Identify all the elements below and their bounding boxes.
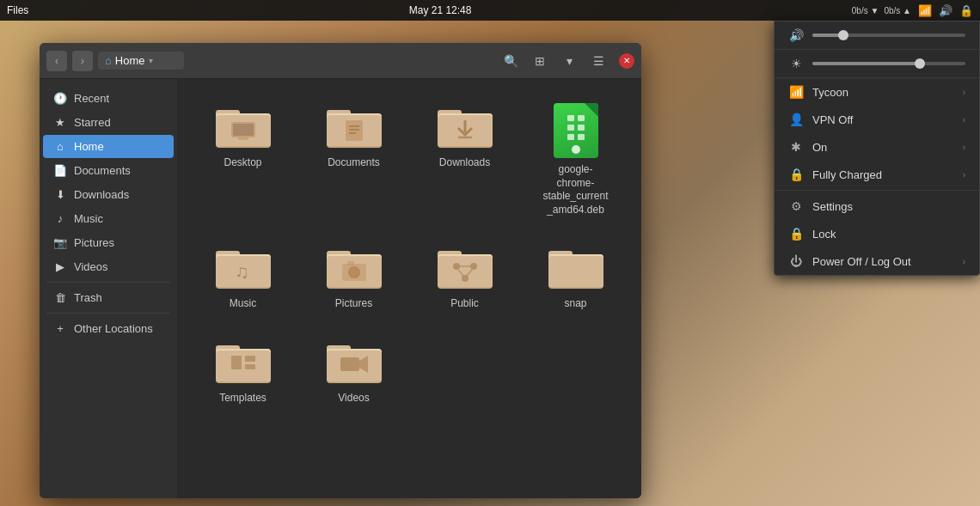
- music-label: Music: [230, 297, 256, 311]
- zip-file-icon: [554, 103, 598, 158]
- file-item-music[interactable]: ♫ Music: [191, 234, 295, 321]
- close-button[interactable]: ✕: [619, 53, 634, 69]
- back-button[interactable]: ‹: [46, 51, 67, 71]
- sort-button[interactable]: ▾: [557, 49, 581, 73]
- sidebar-item-home[interactable]: ⌂ Home: [43, 135, 174, 158]
- svg-point-32: [351, 269, 358, 276]
- popup-battery-item[interactable]: 🔒 Fully Charged ›: [775, 161, 979, 188]
- volume-slider-thumb: [838, 30, 848, 40]
- sidebar-item-starred[interactable]: ★ Starred: [43, 111, 174, 134]
- svg-rect-54: [245, 364, 255, 369]
- lock-popup-icon: 🔒: [788, 227, 804, 241]
- file-item-public[interactable]: Public: [413, 234, 517, 321]
- popup-poweroff-item[interactable]: ⏻ Power Off / Log Out ›: [775, 247, 979, 275]
- taskbar-right: 0b/s ▼ 0b/s ▲ 📶 🔊 🔒: [852, 4, 973, 17]
- wifi-arrow: ›: [963, 88, 965, 97]
- pictures-icon: 📷: [53, 236, 67, 249]
- location-dropdown-arrow: ▾: [149, 56, 153, 65]
- sidebar-item-pictures[interactable]: 📷 Pictures: [43, 231, 174, 254]
- taskbar-app-name: Files: [7, 4, 28, 16]
- sidebar-item-other-locations[interactable]: + Other Locations: [43, 317, 174, 340]
- wifi-taskbar-icon[interactable]: 📶: [918, 4, 932, 17]
- battery-taskbar-icon[interactable]: 🔒: [959, 4, 973, 17]
- recent-icon: 🕐: [53, 92, 67, 105]
- popup-separator-1: [775, 190, 979, 191]
- public-label: Public: [450, 297, 479, 311]
- poweroff-popup-icon: ⏻: [788, 254, 804, 268]
- sidebar-label-other: Other Locations: [74, 322, 153, 335]
- svg-point-38: [453, 263, 460, 270]
- file-item-documents[interactable]: Documents: [302, 93, 406, 227]
- battery-popup-icon: 🔒: [788, 168, 804, 181]
- taskbar-datetime: May 21 12:48: [409, 4, 472, 16]
- file-item-downloads[interactable]: Downloads: [413, 93, 517, 227]
- videos-icon: ▶: [53, 260, 67, 273]
- sidebar-label-pictures: Pictures: [74, 236, 114, 249]
- svg-rect-51: [216, 351, 271, 381]
- sidebar-label-trash: Trash: [74, 291, 102, 304]
- sidebar-item-recent[interactable]: 🕐 Recent: [43, 87, 174, 110]
- search-button[interactable]: 🔍: [499, 49, 523, 73]
- trash-icon: 🗑: [53, 291, 67, 304]
- settings-label: Settings: [812, 200, 853, 213]
- menu-button[interactable]: ☰: [586, 49, 610, 73]
- forward-button[interactable]: ›: [72, 51, 93, 71]
- volume-taskbar-icon[interactable]: 🔊: [939, 4, 952, 17]
- svg-rect-47: [548, 256, 603, 287]
- file-item-chrome-deb[interactable]: google-chrome-stable_current_amd64.deb: [524, 93, 628, 227]
- taskbar: Files May 21 12:48 0b/s ▼ 0b/s ▲ 📶 🔊 🔒: [0, 0, 980, 21]
- sidebar-label-downloads: Downloads: [74, 188, 129, 201]
- templates-folder-icon: [216, 338, 271, 387]
- videos-label: Videos: [338, 392, 369, 405]
- bluetooth-arrow: ›: [963, 143, 965, 152]
- videos-folder-icon: [327, 338, 382, 387]
- downloads-folder-icon: [438, 103, 493, 151]
- templates-label: Templates: [219, 392, 266, 405]
- volume-popup-icon: 🔊: [788, 28, 804, 42]
- vpn-label: VPN Off: [812, 113, 853, 126]
- sidebar-label-starred: Starred: [74, 116, 111, 129]
- documents-folder-icon: [327, 103, 382, 151]
- files-grid: Desktop: [191, 93, 628, 416]
- popup-vpn-item[interactable]: 👤 VPN Off ›: [775, 106, 979, 133]
- popup-bluetooth-item[interactable]: ✱ On ›: [775, 133, 979, 161]
- sidebar-item-downloads[interactable]: ⬇ Downloads: [43, 183, 174, 206]
- view-toggle-button[interactable]: ⊞: [528, 49, 552, 73]
- volume-slider-track[interactable]: [812, 34, 965, 37]
- brightness-slider-track[interactable]: [812, 62, 965, 65]
- sidebar-item-music[interactable]: ♪ Music: [43, 207, 174, 230]
- other-locations-icon: +: [53, 322, 67, 335]
- sidebar-separator: [46, 282, 170, 283]
- sidebar-item-videos[interactable]: ▶ Videos: [43, 255, 174, 278]
- file-item-snap[interactable]: snap: [524, 234, 628, 321]
- pictures-folder-icon: [327, 244, 382, 292]
- svg-rect-37: [438, 256, 493, 287]
- sidebar-item-documents[interactable]: 📄 Documents: [43, 159, 174, 182]
- popup-lock-item[interactable]: 🔒 Lock: [775, 220, 979, 247]
- main-content: Desktop: [177, 79, 641, 498]
- wifi-popup-icon: 📶: [788, 85, 804, 99]
- popup-wifi-item[interactable]: 📶 Tycoon ›: [775, 78, 979, 106]
- battery-label: Fully Charged: [812, 168, 882, 181]
- file-item-videos[interactable]: Videos: [302, 328, 406, 416]
- popup-settings-item[interactable]: ⚙ Settings: [775, 192, 979, 220]
- sidebar-label-documents: Documents: [74, 164, 131, 177]
- file-item-pictures[interactable]: Pictures: [302, 234, 406, 321]
- bluetooth-label: On: [812, 141, 827, 154]
- vpn-popup-icon: 👤: [788, 113, 804, 126]
- starred-icon: ★: [53, 116, 67, 129]
- settings-popup-icon: ⚙: [788, 199, 804, 213]
- poweroff-label: Power Off / Log Out: [812, 255, 911, 268]
- pictures-label: Pictures: [335, 297, 372, 311]
- vpn-arrow: ›: [963, 115, 965, 125]
- svg-rect-53: [245, 356, 255, 362]
- snap-folder-icon: [548, 244, 603, 292]
- sidebar-item-trash[interactable]: 🗑 Trash: [43, 286, 174, 309]
- file-item-desktop[interactable]: Desktop: [191, 93, 295, 227]
- file-item-templates[interactable]: Templates: [191, 328, 295, 416]
- public-folder-icon: [438, 244, 493, 292]
- poweroff-arrow: ›: [963, 257, 965, 266]
- sidebar-label-music: Music: [74, 212, 103, 225]
- desktop-folder-icon: [216, 103, 271, 151]
- location-bar[interactable]: ⌂ Home ▾: [98, 52, 184, 70]
